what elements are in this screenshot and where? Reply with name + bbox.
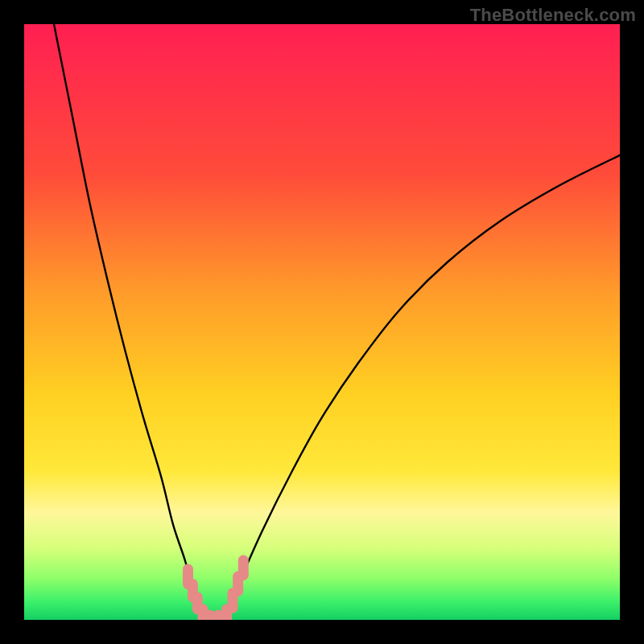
gradient-background <box>24 24 620 620</box>
chart-frame: TheBottleneck.com <box>0 0 644 644</box>
watermark-text: TheBottleneck.com <box>470 5 636 26</box>
bottleneck-chart <box>24 24 620 620</box>
